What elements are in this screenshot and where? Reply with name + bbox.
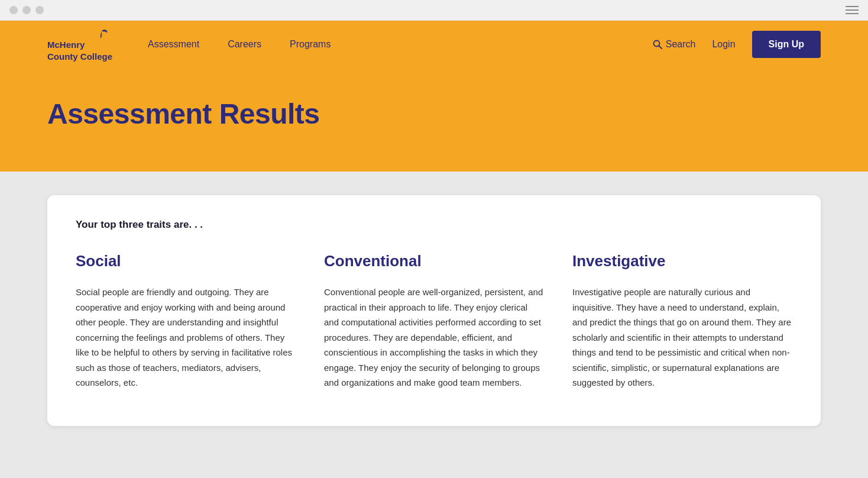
logo[interactable]: McHenry County College [47,27,112,62]
search-icon [653,40,662,49]
browser-chrome [0,0,868,21]
traits-grid: Social Social people are friendly and ou… [76,252,792,390]
trait-social-title: Social [76,252,296,270]
browser-dot-red [9,6,18,14]
trait-social-description: Social people are friendly and outgoing.… [76,285,296,390]
trait-conventional-description: Conventional people are well-organized, … [324,285,544,390]
svg-line-1 [659,46,662,49]
logo-bird-icon [91,27,112,48]
search-label: Search [666,39,696,50]
nav-link-assessment[interactable]: Assessment [148,39,199,50]
results-card: Your top three traits are. . . Social So… [47,195,821,426]
main-content: Your top three traits are. . . Social So… [0,172,868,461]
top-traits-label: Your top three traits are. . . [76,219,792,231]
trait-social: Social Social people are friendly and ou… [76,252,296,390]
trait-conventional: Conventional Conventional people are wel… [324,252,544,390]
login-link[interactable]: Login [712,39,735,50]
page-title: Assessment Results [47,98,821,130]
hamburger-menu-icon[interactable] [846,6,859,14]
main-nav: McHenry County College Assessment Career… [47,21,821,68]
nav-link-careers[interactable]: Careers [228,39,261,50]
browser-dot-green [35,6,44,14]
logo-text: McHenry County College [47,27,112,62]
trait-investigative: Investigative Investigative people are n… [572,252,792,390]
signup-button[interactable]: Sign Up [752,31,821,58]
trait-investigative-title: Investigative [572,252,792,270]
nav-actions: Search Login Sign Up [653,31,821,58]
hero-section: Assessment Results [0,68,868,172]
search-link[interactable]: Search [653,39,696,50]
nav-link-programs[interactable]: Programs [290,39,331,50]
trait-investigative-description: Investigative people are naturally curio… [572,285,792,390]
browser-dots [9,6,44,14]
browser-dot-yellow [22,6,31,14]
nav-links: Assessment Careers Programs [148,39,653,50]
site-header: McHenry County College Assessment Career… [0,21,868,68]
trait-conventional-title: Conventional [324,252,544,270]
